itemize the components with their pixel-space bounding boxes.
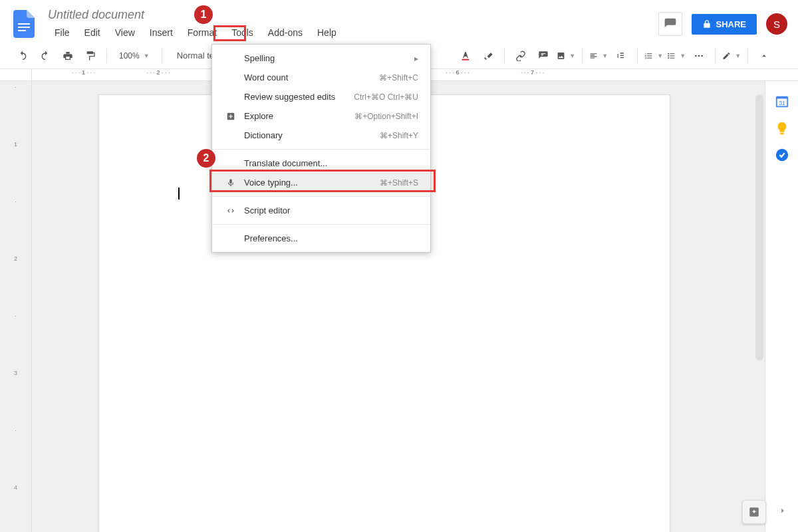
svg-rect-1 [18, 27, 30, 28]
avatar[interactable]: S [766, 13, 787, 35]
docs-logo-icon[interactable] [11, 8, 37, 40]
paint-format-button[interactable] [81, 47, 100, 65]
print-button[interactable] [59, 47, 77, 65]
chevron-down-icon: ▼ [735, 53, 741, 59]
text-color-button[interactable] [456, 47, 475, 65]
svg-point-6 [668, 57, 669, 59]
menu-insert[interactable]: Insert [143, 25, 180, 41]
vertical-ruler[interactable]: ·1·2·3·4·5 [0, 81, 32, 532]
svg-text:31: 31 [779, 100, 785, 106]
svg-rect-0 [18, 23, 30, 25]
explore-fab[interactable] [742, 500, 766, 524]
annotation-marker-2: 2 [197, 149, 215, 168]
menu-script-editor[interactable]: Script editor [212, 201, 430, 220]
submenu-arrow-icon: ▸ [414, 54, 418, 63]
bulleted-list-button[interactable]: ▼ [667, 47, 686, 65]
title-area: Untitled document File Edit View Insert … [48, 8, 658, 41]
chevron-down-icon: ▼ [680, 53, 686, 59]
comments-button[interactable] [658, 12, 682, 36]
chevron-down-icon: ▼ [569, 53, 575, 59]
header-right: SHARE S [658, 12, 787, 36]
menu-view[interactable]: View [108, 25, 142, 41]
menu-divider [212, 196, 430, 197]
vertical-scrollbar[interactable] [755, 94, 763, 360]
document-title[interactable]: Untitled document [48, 8, 658, 22]
editing-mode-button[interactable]: ▼ [722, 47, 741, 65]
menu-addons[interactable]: Add-ons [261, 25, 309, 41]
insert-image-button[interactable]: ▼ [557, 47, 575, 65]
insert-link-button[interactable] [511, 47, 530, 65]
svg-rect-3 [462, 59, 469, 60]
menu-explore[interactable]: Explore ⌘+Option+Shift+I [212, 106, 430, 126]
annotation-marker-1: 1 [194, 5, 213, 24]
code-icon [224, 206, 237, 215]
separator [747, 49, 748, 63]
svg-point-8 [698, 55, 700, 57]
text-cursor [178, 188, 180, 200]
menu-divider [212, 224, 430, 225]
redo-button[interactable] [36, 47, 55, 65]
chevron-down-icon: ▼ [144, 53, 150, 59]
separator [504, 49, 505, 63]
chevron-down-icon: ▼ [657, 53, 663, 59]
chevron-down-icon: ▼ [602, 53, 608, 59]
separator [582, 49, 583, 63]
menu-divider [212, 149, 430, 150]
tools-menu: Spelling ▸ Word count ⌘+Shift+C Review s… [211, 44, 431, 253]
line-spacing-button[interactable] [612, 47, 630, 65]
svg-rect-2 [18, 30, 26, 31]
menu-dictionary[interactable]: Dictionary ⌘+Shift+Y [212, 126, 430, 145]
undo-button[interactable] [13, 47, 32, 65]
separator [637, 49, 638, 63]
more-button[interactable] [690, 47, 708, 65]
insert-comment-button[interactable] [534, 47, 553, 65]
svg-point-7 [695, 55, 697, 57]
menu-spelling[interactable]: Spelling ▸ [212, 49, 430, 68]
header: Untitled document File Edit View Insert … [0, 0, 798, 43]
annotation-box-tools [213, 25, 246, 41]
separator [162, 49, 162, 63]
bottom-actions [742, 500, 790, 524]
menubar: File Edit View Insert Format Tools Add-o… [48, 25, 658, 41]
svg-point-4 [668, 53, 669, 54]
menu-edit[interactable]: Edit [78, 25, 107, 41]
explore-icon [224, 112, 237, 121]
svg-rect-13 [780, 132, 784, 134]
calendar-app-icon[interactable]: 31 [775, 94, 789, 109]
lock-icon [702, 19, 712, 29]
hide-menus-button[interactable] [755, 47, 773, 65]
svg-point-9 [701, 55, 703, 57]
menu-file[interactable]: File [48, 25, 76, 41]
menu-preferences[interactable]: Preferences... [212, 229, 430, 248]
highlight-button[interactable] [479, 47, 497, 65]
show-side-panel-button[interactable] [778, 506, 790, 518]
side-panel: 31 [765, 81, 798, 532]
zoom-select[interactable]: 100%▼ [114, 51, 155, 61]
share-button[interactable]: SHARE [692, 14, 757, 35]
separator [106, 49, 107, 63]
ruler-corner [0, 69, 32, 80]
menu-word-count[interactable]: Word count ⌘+Shift+C [212, 68, 430, 87]
share-label: SHARE [716, 19, 746, 29]
tasks-app-icon[interactable] [775, 148, 789, 162]
numbered-list-button[interactable]: ▼ [644, 47, 663, 65]
separator [715, 49, 716, 63]
align-button[interactable]: ▼ [589, 47, 608, 65]
svg-point-5 [668, 55, 669, 56]
menu-help[interactable]: Help [311, 25, 343, 41]
menu-review-suggested[interactable]: Review suggested edits Ctrl+⌘O Ctrl+⌘U [212, 87, 430, 106]
keep-app-icon[interactable] [775, 121, 789, 136]
annotation-box-voice [209, 170, 436, 192]
